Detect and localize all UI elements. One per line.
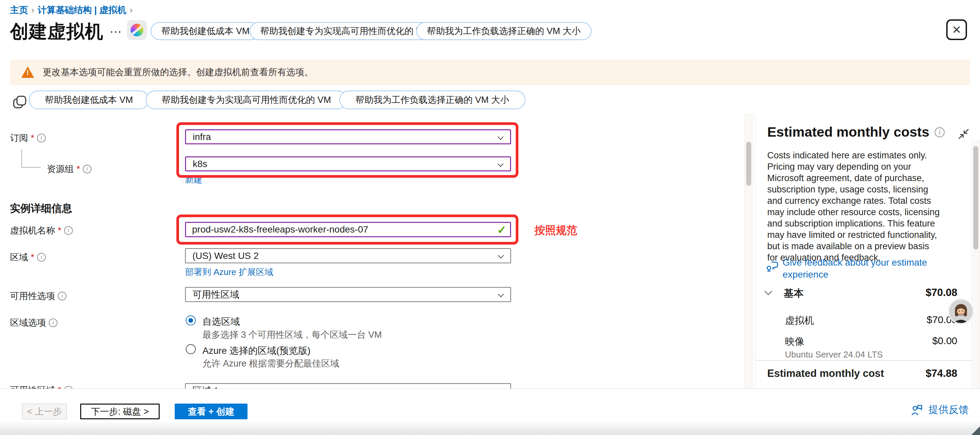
- cost-group-value: $70.08: [926, 287, 957, 299]
- more-menu-button[interactable]: ⋯: [110, 25, 122, 39]
- resource-group-value: k8s: [193, 159, 207, 169]
- info-icon[interactable]: i: [935, 127, 945, 137]
- subscription-label: 订阅 * i: [10, 132, 46, 144]
- collapse-panel-icon[interactable]: [957, 127, 970, 140]
- breadcrumb-section-link[interactable]: 计算基础结构 | 虚拟机: [38, 4, 127, 16]
- create-new-link[interactable]: 新建: [185, 174, 202, 185]
- resource-group-select[interactable]: k8s: [185, 156, 511, 171]
- previous-button[interactable]: < 上一步: [22, 403, 67, 419]
- required-asterisk: *: [31, 133, 34, 143]
- radio-self-select-zones[interactable]: [186, 315, 196, 325]
- subscription-label-text: 订阅: [10, 132, 28, 144]
- region-label-text: 区域: [10, 251, 28, 263]
- warning-banner: ! 更改基本选项可能会重置所做的选择。创建虚拟机前查看所有选项。: [10, 59, 970, 85]
- radio-azure-selected-label[interactable]: Azure 选择的区域(预览版): [202, 344, 311, 357]
- chevron-down-icon: [498, 291, 504, 297]
- copilot-suggestion-high-availability[interactable]: 帮助我创建专为实现高可用性而优化的 VM: [250, 22, 440, 40]
- availability-zone-value: 区域 1: [192, 384, 219, 389]
- availability-zone-label: 可用性区域 * i: [10, 384, 73, 389]
- estimate-feedback-link[interactable]: Give feedback about your estimate experi…: [783, 257, 943, 280]
- info-icon[interactable]: i: [37, 134, 46, 142]
- panel-scrollbar-track[interactable]: [971, 140, 980, 389]
- tree-connector: [21, 167, 41, 168]
- cost-total-value: $74.88: [926, 368, 957, 379]
- cost-panel-header: Estimated monthly costs i: [767, 124, 945, 140]
- corner-grip[interactable]: [971, 426, 980, 435]
- breadcrumb-separator: ›: [28, 5, 38, 15]
- cost-total-label: Estimated monthly cost: [767, 368, 884, 379]
- footer-bar: < 上一步 下一步: 磁盘 > 查看 + 创建 提供反馈: [0, 389, 980, 435]
- copilot-outline-icon[interactable]: [12, 95, 27, 110]
- person-feedback-icon: [910, 403, 924, 417]
- region-value: (US) West US 2: [192, 250, 259, 261]
- resource-group-label: 资源组 * i: [47, 163, 92, 175]
- warning-text: 更改基本选项可能会重置所做的选择。创建虚拟机前查看所有选项。: [43, 66, 313, 78]
- cost-row-label: 虚拟机: [785, 314, 814, 327]
- create-vm-page: 主页 › 计算基础结构 | 虚拟机 › 创建虚拟机 ⋯ 帮助我创建低成本 VM …: [0, 0, 980, 435]
- radio-self-select-label[interactable]: 自选区域: [202, 315, 240, 328]
- instance-details-heading: 实例详细信息: [10, 201, 72, 215]
- cost-panel-title: Estimated monthly costs: [767, 124, 929, 140]
- close-icon: ✕: [952, 23, 962, 37]
- panel-scrollbar-thumb[interactable]: [973, 146, 978, 250]
- info-icon[interactable]: i: [64, 386, 73, 389]
- validation-check-icon: ✓: [497, 223, 507, 237]
- panel-divider: [755, 113, 755, 389]
- info-icon[interactable]: i: [83, 165, 92, 174]
- page-title: 创建虚拟机: [10, 19, 103, 44]
- info-icon[interactable]: i: [49, 319, 57, 327]
- cost-row-label: 映像: [785, 335, 804, 349]
- chevron-down-icon[interactable]: [765, 288, 772, 295]
- close-button[interactable]: ✕: [946, 19, 967, 40]
- availability-zone-select[interactable]: 区域 1: [185, 383, 511, 389]
- info-icon[interactable]: i: [37, 253, 46, 261]
- copilot-suggestion-low-cost-2[interactable]: 帮助我创建低成本 VM: [29, 91, 149, 109]
- avatar-image: [949, 300, 973, 323]
- copilot-button[interactable]: [127, 20, 147, 40]
- radio-azure-selected-zones[interactable]: [186, 344, 196, 354]
- cost-panel-divider: [756, 360, 971, 360]
- region-label: 区域 * i: [10, 251, 46, 263]
- radio-azure-selected-desc: 允许 Azure 根据需要分配最佳区域: [202, 357, 339, 370]
- vm-name-annotation: 按照规范: [535, 223, 577, 238]
- cost-row-subtitle: Ubuntu Server 24.04 LTS: [785, 349, 883, 360]
- copilot-suggestion-vm-size[interactable]: 帮助我为工作负载选择正确的 VM 大小: [416, 22, 592, 40]
- breadcrumb-home-link[interactable]: 主页: [10, 4, 28, 16]
- availability-options-select[interactable]: 可用性区域: [185, 287, 511, 302]
- cost-row-value: $0.00: [932, 335, 957, 346]
- next-disks-button[interactable]: 下一步: 磁盘 >: [80, 403, 160, 419]
- tree-connector: [21, 149, 22, 168]
- feedback-label: 提供反馈: [929, 403, 969, 417]
- required-asterisk: *: [58, 226, 62, 236]
- copilot-suggestion-high-availability-2[interactable]: 帮助我创建专为实现高可用性而优化的 VM: [146, 91, 347, 109]
- copilot-suggestion-low-cost[interactable]: 帮助我创建低成本 VM: [151, 22, 260, 40]
- extended-zones-link[interactable]: 部署到 Azure 扩展区域: [185, 266, 273, 278]
- cost-group-label: 基本: [784, 287, 803, 300]
- content-scrollbar-track[interactable]: [744, 113, 753, 389]
- subscription-value: infra: [193, 132, 211, 142]
- vm-name-label-text: 虚拟机名称: [10, 225, 55, 237]
- vm-name-label: 虚拟机名称 * i: [10, 225, 73, 237]
- availability-options-label: 可用性选项 i: [10, 290, 67, 302]
- breadcrumb: 主页 › 计算基础结构 | 虚拟机 ›: [10, 4, 136, 16]
- availability-zone-label-text: 可用性区域: [10, 384, 55, 389]
- chevron-down-icon: [498, 252, 504, 258]
- subscription-select[interactable]: infra: [185, 129, 511, 144]
- resource-group-label-text: 资源组: [47, 163, 74, 175]
- availability-options-label-text: 可用性选项: [10, 290, 55, 302]
- required-asterisk: *: [76, 164, 80, 174]
- zone-options-label-text: 区域选项: [10, 317, 46, 329]
- info-icon[interactable]: i: [58, 292, 67, 300]
- vm-name-input[interactable]: [185, 222, 511, 237]
- warning-icon: !: [21, 67, 34, 78]
- region-select[interactable]: (US) West US 2: [185, 248, 511, 263]
- copilot-suggestion-vm-size-2[interactable]: 帮助我为工作负载选择正确的 VM 大小: [339, 91, 525, 109]
- info-icon[interactable]: i: [64, 226, 73, 235]
- feedback-bubbles-icon: [766, 260, 779, 273]
- review-create-button[interactable]: 查看 + 创建: [175, 403, 248, 419]
- availability-options-value: 可用性区域: [192, 288, 239, 301]
- content-scrollbar-thumb[interactable]: [746, 142, 751, 186]
- assistant-avatar[interactable]: [949, 300, 973, 323]
- breadcrumb-separator: ›: [126, 5, 136, 15]
- feedback-button[interactable]: 提供反馈: [910, 403, 969, 417]
